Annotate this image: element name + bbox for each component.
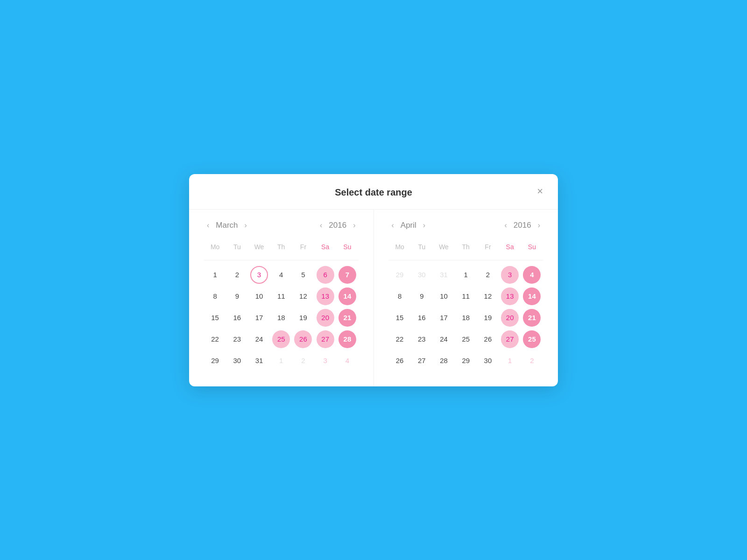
day-cell[interactable]: 1 xyxy=(464,264,468,286)
day-cell[interactable]: 24 xyxy=(255,329,263,350)
day-cell[interactable]: 19 xyxy=(484,307,492,329)
day-cell[interactable]: 24 xyxy=(440,329,448,350)
left-next-year-button[interactable]: › xyxy=(350,221,358,230)
day-13-april[interactable]: 13 xyxy=(501,287,519,305)
day-wrapper: 1 xyxy=(270,350,292,371)
day-cell-other[interactable]: 31 xyxy=(440,264,448,286)
day-cell[interactable]: 10 xyxy=(255,286,263,307)
day-cell[interactable]: 15 xyxy=(396,307,404,329)
right-year-label: 2016 xyxy=(514,221,531,230)
right-prev-year-button[interactable]: ‹ xyxy=(502,221,510,230)
day-cell[interactable]: 18 xyxy=(462,307,470,329)
close-button[interactable]: × xyxy=(535,184,545,198)
day-cell[interactable]: 8 xyxy=(213,286,217,307)
day-cell[interactable]: 11 xyxy=(462,286,470,307)
day-21-april[interactable]: 21 xyxy=(523,309,541,327)
day-cell[interactable]: 8 xyxy=(398,286,402,307)
day-cell[interactable]: 18 xyxy=(277,307,285,329)
day-cell[interactable]: 27 xyxy=(418,350,426,371)
right-next-month-button[interactable]: › xyxy=(420,221,428,230)
day-cell[interactable]: 23 xyxy=(418,329,426,350)
day-20-april[interactable]: 20 xyxy=(501,309,519,327)
day-wrapper: 11 xyxy=(455,286,477,307)
weekday-su: Su xyxy=(521,239,543,254)
weekday-we: We xyxy=(248,239,270,254)
day-cell[interactable]: 15 xyxy=(211,307,219,329)
day-cell[interactable]: 26 xyxy=(484,329,492,350)
day-cell[interactable]: 4 xyxy=(279,264,283,286)
day-wrapper: 11 xyxy=(270,286,292,307)
day-cell[interactable]: 2 xyxy=(235,264,239,286)
day-cell[interactable]: 30 xyxy=(484,350,492,371)
day-cell[interactable]: 29 xyxy=(462,350,470,371)
day-cell[interactable]: 11 xyxy=(277,286,285,307)
day-cell[interactable]: 22 xyxy=(396,329,404,350)
day-wrapper: 24 xyxy=(433,329,455,350)
day-cell[interactable]: 9 xyxy=(235,286,239,307)
day-cell-other[interactable]: 4 xyxy=(345,350,349,371)
day-20[interactable]: 20 xyxy=(317,309,334,327)
right-calendar-panel: ‹ April › ‹ 2016 › Mo Tu We Th Fr Sa Su xyxy=(374,210,558,386)
day-cell[interactable]: 10 xyxy=(440,286,448,307)
day-wrapper: 12 xyxy=(292,286,314,307)
day-cell-other[interactable]: 1 xyxy=(279,350,283,371)
left-prev-month-button[interactable]: ‹ xyxy=(204,221,212,230)
day-cell[interactable]: 5 xyxy=(301,264,305,286)
day-cell-other[interactable]: 2 xyxy=(530,350,534,371)
day-26[interactable]: 26 xyxy=(294,330,312,348)
day-cell-other[interactable]: 3 xyxy=(324,350,327,371)
day-cell-other[interactable]: 29 xyxy=(396,264,404,286)
day-wrapper: 29 xyxy=(389,264,411,286)
day-cell-other[interactable]: 1 xyxy=(508,350,512,371)
day-27[interactable]: 27 xyxy=(317,330,334,348)
day-cell[interactable]: 17 xyxy=(440,307,448,329)
right-next-year-button[interactable]: › xyxy=(535,221,543,230)
day-cell[interactable]: 2 xyxy=(486,264,490,286)
day-3-april[interactable]: 3 xyxy=(501,266,519,284)
day-cell[interactable]: 1 xyxy=(213,264,217,286)
day-cell-other[interactable]: 2 xyxy=(301,350,305,371)
day-cell[interactable]: 12 xyxy=(299,286,307,307)
day-21[interactable]: 21 xyxy=(338,309,356,327)
day-cell[interactable]: 17 xyxy=(255,307,263,329)
day-cell[interactable]: 16 xyxy=(233,307,241,329)
left-next-month-button[interactable]: › xyxy=(242,221,250,230)
day-14-april[interactable]: 14 xyxy=(523,287,541,305)
day-wrapper: 3 xyxy=(314,350,336,371)
left-calendar-panel: ‹ March › ‹ 2016 › Mo Tu We Th Fr Sa Su xyxy=(189,210,374,386)
day-14[interactable]: 14 xyxy=(338,287,356,305)
day-4-april[interactable]: 4 xyxy=(523,266,541,284)
day-cell[interactable]: 26 xyxy=(396,350,404,371)
day-wrapper: 4 xyxy=(521,264,543,286)
day-cell-other[interactable]: 30 xyxy=(418,264,426,286)
day-3-selected[interactable]: 3 xyxy=(250,266,268,284)
day-cell[interactable]: 12 xyxy=(484,286,492,307)
day-cell[interactable]: 31 xyxy=(255,350,263,371)
day-cell[interactable]: 19 xyxy=(299,307,307,329)
left-prev-year-button[interactable]: ‹ xyxy=(317,221,325,230)
day-wrapper: 20 xyxy=(499,307,521,329)
day-27-april[interactable]: 27 xyxy=(501,330,519,348)
day-7[interactable]: 7 xyxy=(338,266,356,284)
right-prev-month-button[interactable]: ‹ xyxy=(389,221,397,230)
left-year-nav: ‹ 2016 › xyxy=(317,221,358,230)
day-wrapper: 28 xyxy=(433,350,455,371)
day-wrapper: 26 xyxy=(477,329,499,350)
day-cell[interactable]: 29 xyxy=(211,350,219,371)
day-25-april[interactable]: 25 xyxy=(523,330,541,348)
day-wrapper: 30 xyxy=(226,350,248,371)
day-cell[interactable]: 22 xyxy=(211,329,219,350)
day-6[interactable]: 6 xyxy=(317,266,334,284)
day-wrapper: 28 xyxy=(336,329,358,350)
day-cell[interactable]: 30 xyxy=(233,350,241,371)
day-25[interactable]: 25 xyxy=(272,330,290,348)
day-wrapper: 29 xyxy=(204,350,226,371)
day-cell[interactable]: 25 xyxy=(462,329,470,350)
day-wrapper: 29 xyxy=(455,350,477,371)
day-28[interactable]: 28 xyxy=(338,330,356,348)
day-cell[interactable]: 9 xyxy=(420,286,423,307)
day-cell[interactable]: 28 xyxy=(440,350,448,371)
day-cell[interactable]: 16 xyxy=(418,307,426,329)
day-cell[interactable]: 23 xyxy=(233,329,241,350)
day-13[interactable]: 13 xyxy=(317,287,334,305)
